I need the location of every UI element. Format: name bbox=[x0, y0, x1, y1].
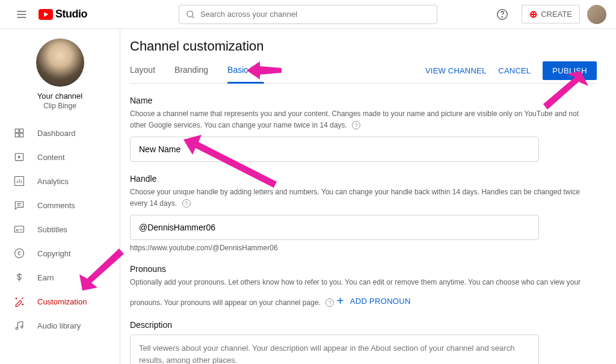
analytics-icon bbox=[13, 175, 25, 187]
sidebar-item-label: Earn bbox=[37, 273, 54, 282]
svg-marker-12 bbox=[18, 156, 20, 159]
subtitles-icon bbox=[13, 223, 25, 235]
audio-library-icon bbox=[13, 319, 25, 332]
channel-name: Clip Binge bbox=[10, 102, 110, 110]
name-input[interactable] bbox=[139, 144, 530, 154]
publish-button[interactable]: PUBLISH bbox=[543, 61, 597, 80]
svg-point-23 bbox=[15, 249, 24, 258]
name-section: Name Choose a channel name that represen… bbox=[130, 96, 597, 162]
search-container bbox=[179, 5, 437, 24]
app-header: Studio ⊕ CREATE bbox=[0, 0, 616, 29]
svg-rect-10 bbox=[20, 134, 23, 137]
description-section: Description bbox=[130, 320, 597, 364]
hamburger-menu[interactable] bbox=[10, 2, 34, 26]
logo-text: Studio bbox=[55, 8, 87, 20]
content-icon bbox=[13, 151, 25, 163]
svg-rect-8 bbox=[20, 129, 23, 132]
svg-rect-7 bbox=[15, 129, 19, 132]
tab-basic-info[interactable]: Basic info bbox=[227, 58, 264, 83]
dashboard-icon bbox=[13, 127, 25, 139]
channel-profile: Your channel Clip Binge bbox=[0, 39, 120, 121]
sidebar-item-label: Analytics bbox=[37, 177, 69, 186]
sidebar-item-label: Subtitles bbox=[37, 225, 67, 234]
header-actions: ⊕ CREATE bbox=[490, 2, 606, 26]
help-icon bbox=[496, 8, 509, 21]
help-icon[interactable]: ? bbox=[325, 298, 334, 307]
svg-point-26 bbox=[16, 327, 17, 329]
channel-avatar[interactable] bbox=[36, 39, 84, 87]
sidebar-item-label: Comments bbox=[37, 201, 75, 210]
copyright-icon bbox=[13, 247, 25, 259]
svg-point-24 bbox=[22, 304, 23, 305]
create-button[interactable]: ⊕ CREATE bbox=[522, 5, 580, 23]
sidebar-item-content[interactable]: Content bbox=[0, 145, 120, 169]
youtube-icon bbox=[38, 9, 53, 20]
account-avatar[interactable] bbox=[587, 5, 606, 24]
tab-bar: Layout Branding Basic info VIEW CHANNEL … bbox=[130, 58, 597, 84]
plus-icon: + bbox=[337, 295, 344, 307]
handle-url: https://www.youtube.com/@DennisHammer06 bbox=[130, 244, 597, 252]
svg-point-25 bbox=[16, 298, 17, 299]
view-channel-button[interactable]: VIEW CHANNEL bbox=[425, 66, 486, 75]
help-icon[interactable]: ? bbox=[182, 199, 191, 208]
sidebar-item-earn[interactable]: Earn bbox=[0, 265, 120, 289]
sidebar-item-subtitles[interactable]: Subtitles bbox=[0, 217, 120, 241]
page-title: Channel customization bbox=[130, 39, 597, 54]
description-field[interactable] bbox=[130, 335, 539, 364]
sidebar-item-comments[interactable]: Comments bbox=[0, 193, 120, 217]
comments-icon bbox=[13, 199, 25, 211]
earn-icon bbox=[13, 271, 25, 283]
handle-section: Handle Choose your unique handle by addi… bbox=[130, 174, 597, 252]
tab-branding[interactable]: Branding bbox=[174, 58, 208, 83]
svg-point-27 bbox=[21, 326, 23, 328]
sidebar-item-label: Copyright bbox=[37, 249, 71, 258]
cancel-button[interactable]: CANCEL bbox=[498, 66, 531, 75]
sidebar: Your channel Clip Binge Dashboard Conten… bbox=[0, 29, 120, 364]
pronouns-title: Pronouns bbox=[130, 264, 597, 274]
sidebar-item-label: Content bbox=[37, 153, 65, 162]
svg-point-6 bbox=[502, 16, 503, 17]
sidebar-item-audio-library[interactable]: Audio library bbox=[0, 313, 120, 338]
name-title: Name bbox=[130, 96, 597, 105]
description-textarea[interactable] bbox=[139, 342, 530, 364]
handle-title: Handle bbox=[130, 174, 597, 184]
sidebar-item-label: Dashboard bbox=[37, 129, 76, 138]
create-plus-icon: ⊕ bbox=[529, 8, 537, 20]
handle-input[interactable] bbox=[139, 223, 530, 232]
sidebar-item-label: Customization bbox=[37, 297, 87, 306]
handle-desc: Choose your unique handle by adding lett… bbox=[130, 188, 580, 208]
help-icon[interactable]: ? bbox=[352, 121, 360, 129]
sidebar-item-customization[interactable]: Customization bbox=[0, 289, 120, 313]
main-content: Channel customization Layout Branding Ba… bbox=[120, 29, 616, 364]
add-pronoun-label: ADD PRONOUN bbox=[350, 297, 411, 306]
youtube-studio-logo[interactable]: Studio bbox=[38, 8, 87, 20]
svg-line-4 bbox=[192, 16, 194, 18]
svg-rect-9 bbox=[15, 134, 19, 137]
svg-point-3 bbox=[187, 11, 193, 17]
search-icon bbox=[185, 9, 196, 20]
sidebar-item-dashboard[interactable]: Dashboard bbox=[0, 121, 120, 145]
tab-layout[interactable]: Layout bbox=[130, 58, 155, 83]
sidebar-item-analytics[interactable]: Analytics bbox=[0, 169, 120, 193]
customization-icon bbox=[13, 295, 25, 307]
create-label: CREATE bbox=[541, 10, 572, 19]
handle-field[interactable] bbox=[130, 215, 539, 240]
search-input[interactable] bbox=[200, 10, 431, 19]
pronouns-section: Pronouns Optionally add your pronouns. L… bbox=[130, 264, 597, 308]
search-box[interactable] bbox=[179, 5, 437, 24]
sidebar-item-label: Audio library bbox=[37, 321, 81, 330]
sidebar-item-copyright[interactable]: Copyright bbox=[0, 241, 120, 265]
add-pronoun-button[interactable]: + ADD PRONOUN bbox=[337, 295, 411, 307]
description-title: Description bbox=[130, 320, 597, 330]
name-field[interactable] bbox=[130, 137, 539, 162]
your-channel-label: Your channel bbox=[10, 91, 110, 100]
svg-rect-19 bbox=[15, 226, 24, 232]
help-button[interactable] bbox=[490, 2, 514, 26]
